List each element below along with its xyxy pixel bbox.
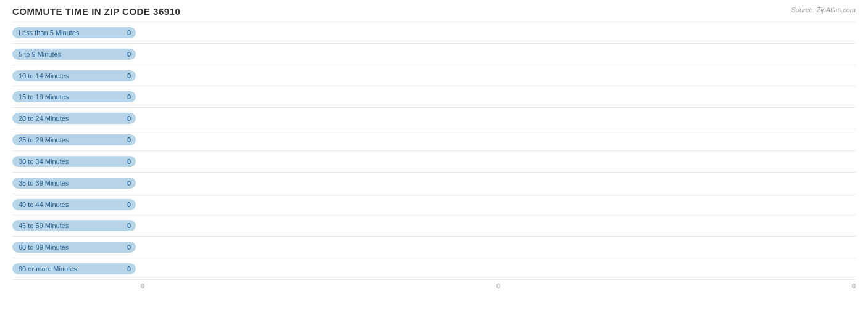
label-pill: 15 to 19 Minutes0 xyxy=(12,91,136,102)
bar-label: 30 to 34 Minutes xyxy=(19,158,69,165)
bar-value: 0 xyxy=(127,29,131,36)
bar-row: 60 to 89 Minutes0 xyxy=(12,237,856,258)
bar-label: 90 or more Minutes xyxy=(19,265,77,272)
bar-row: 90 or more Minutes0 xyxy=(12,258,856,280)
x-axis: 000 xyxy=(12,282,856,290)
bar-value: 0 xyxy=(127,136,131,144)
bar-track xyxy=(141,23,856,42)
chart-area: Less than 5 Minutes05 to 9 Minutes010 to… xyxy=(12,22,856,280)
bar-track xyxy=(141,67,856,85)
bar-track xyxy=(141,88,856,106)
bar-row: 35 to 39 Minutes0 xyxy=(12,173,856,194)
bar-value: 0 xyxy=(127,179,131,187)
bar-label: 45 to 59 Minutes xyxy=(19,222,69,229)
chart-title: COMMUTE TIME IN ZIP CODE 36910 xyxy=(12,6,856,17)
bar-label: 35 to 39 Minutes xyxy=(19,179,69,187)
bar-label: Less than 5 Minutes xyxy=(19,29,79,36)
bar-row: 25 to 29 Minutes0 xyxy=(12,129,856,151)
bar-track xyxy=(141,260,856,278)
bar-row: 30 to 34 Minutes0 xyxy=(12,151,856,173)
label-pill: 35 to 39 Minutes0 xyxy=(12,178,136,189)
chart-container: COMMUTE TIME IN ZIP CODE 36910 Source: Z… xyxy=(0,0,868,323)
x-tick: 0 xyxy=(852,282,856,290)
bar-value: 0 xyxy=(127,265,131,272)
bar-track xyxy=(141,216,856,235)
label-pill: 20 to 24 Minutes0 xyxy=(12,113,136,124)
x-tick: 0 xyxy=(496,282,500,290)
bar-row: 45 to 59 Minutes0 xyxy=(12,215,856,237)
bar-row: 5 to 9 Minutes0 xyxy=(12,44,856,65)
bar-row: 20 to 24 Minutes0 xyxy=(12,108,856,129)
label-pill: 40 to 44 Minutes0 xyxy=(12,199,136,210)
bar-value: 0 xyxy=(127,72,131,80)
bar-track xyxy=(141,45,856,63)
bar-track xyxy=(141,238,856,256)
label-pill: 45 to 59 Minutes0 xyxy=(12,220,136,231)
bar-track xyxy=(141,109,856,128)
label-pill: 25 to 29 Minutes0 xyxy=(12,134,136,145)
label-pill: 5 to 9 Minutes0 xyxy=(12,49,136,60)
bar-label: 5 to 9 Minutes xyxy=(19,51,61,58)
bar-value: 0 xyxy=(127,51,131,58)
x-tick: 0 xyxy=(141,282,144,290)
bar-track xyxy=(141,152,856,171)
bar-track xyxy=(141,195,856,214)
label-pill: 30 to 34 Minutes0 xyxy=(12,156,136,167)
bar-row: 10 to 14 Minutes0 xyxy=(12,65,856,87)
bar-label: 40 to 44 Minutes xyxy=(19,201,69,208)
bar-value: 0 xyxy=(127,115,131,122)
bar-label: 25 to 29 Minutes xyxy=(19,136,69,144)
bar-value: 0 xyxy=(127,158,131,165)
label-pill: 90 or more Minutes0 xyxy=(12,263,136,274)
bar-row: 40 to 44 Minutes0 xyxy=(12,194,856,216)
bar-value: 0 xyxy=(127,243,131,251)
bar-row: Less than 5 Minutes0 xyxy=(12,22,856,44)
bar-value: 0 xyxy=(127,201,131,208)
bar-value: 0 xyxy=(127,222,131,229)
label-pill: 60 to 89 Minutes0 xyxy=(12,242,136,253)
bar-label: 20 to 24 Minutes xyxy=(19,115,69,122)
source-label: Source: ZipAtlas.com xyxy=(791,6,856,14)
bar-value: 0 xyxy=(127,93,131,100)
bar-row: 15 to 19 Minutes0 xyxy=(12,86,856,108)
bar-label: 60 to 89 Minutes xyxy=(19,243,69,251)
bar-label: 10 to 14 Minutes xyxy=(19,72,69,80)
label-pill: 10 to 14 Minutes0 xyxy=(12,70,136,81)
bar-track xyxy=(141,174,856,192)
bar-track xyxy=(141,131,856,149)
label-pill: Less than 5 Minutes0 xyxy=(12,27,136,38)
bar-label: 15 to 19 Minutes xyxy=(19,93,69,100)
